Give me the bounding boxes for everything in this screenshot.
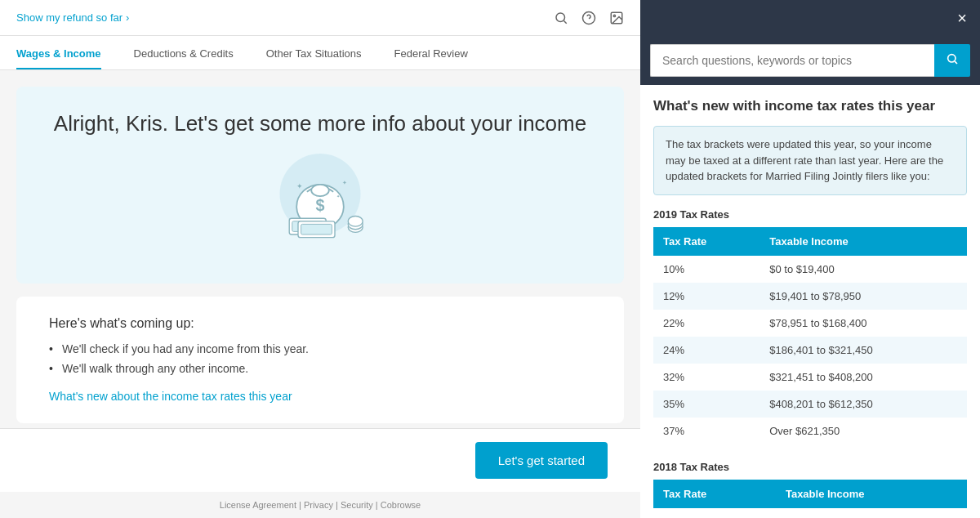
income-cell: $186,401 to $321,450 bbox=[760, 337, 967, 364]
rate-cell: 22% bbox=[653, 310, 760, 337]
svg-point-5 bbox=[613, 15, 615, 16]
rate-cell: 10% bbox=[653, 256, 760, 283]
top-bar: Show my refund so far › bbox=[0, 0, 640, 36]
side-panel: × What's new with income tax rates this … bbox=[640, 0, 980, 518]
bullet-list: We'll check if you had any income from t… bbox=[49, 342, 591, 375]
coming-up-heading: Here's what's coming up: bbox=[49, 316, 591, 331]
table-row: 32% $321,451 to $408,200 bbox=[653, 364, 967, 391]
tax-table-header-row: Tax Rate Taxable Income bbox=[653, 227, 967, 256]
svg-text:✦: ✦ bbox=[296, 182, 303, 190]
svg-text:✦: ✦ bbox=[342, 179, 347, 186]
table-row: 37% Over $621,350 bbox=[653, 418, 967, 444]
get-started-button[interactable]: Let's get started bbox=[475, 442, 608, 479]
tax-year-2018-label: 2018 Tax Rates bbox=[653, 461, 967, 473]
table-row: 35% $408,201 to $612,350 bbox=[653, 391, 967, 418]
income-cell: $408,201 to $612,350 bbox=[760, 391, 967, 418]
rate-cell: 32% bbox=[653, 364, 760, 391]
arrow-icon: › bbox=[126, 11, 129, 24]
income-cell: $78,951 to $168,400 bbox=[760, 310, 967, 337]
rate-cell: 37% bbox=[653, 418, 760, 444]
svg-text:$: $ bbox=[315, 196, 324, 214]
col-income-header: Taxable Income bbox=[760, 227, 967, 256]
svg-text:✦: ✦ bbox=[336, 194, 340, 199]
footer-license[interactable]: License Agreement bbox=[220, 500, 296, 510]
top-icons bbox=[554, 11, 624, 25]
table-row: 24% $186,401 to $321,450 bbox=[653, 337, 967, 364]
col-income-2018-header: Taxable Income bbox=[776, 480, 967, 508]
footer: License Agreement | Privacy | Security |… bbox=[0, 492, 640, 518]
tax-rates-link[interactable]: What's new about the income tax rates th… bbox=[49, 390, 292, 403]
svg-rect-16 bbox=[301, 224, 332, 234]
content-area: Alright, Kris. Let's get some more info … bbox=[0, 70, 640, 428]
bullet-item-2: We'll walk through any other income. bbox=[49, 362, 591, 375]
svg-line-21 bbox=[955, 61, 957, 64]
col-rate-header: Tax Rate bbox=[653, 227, 760, 256]
footer-cobrowse[interactable]: Cobrowse bbox=[381, 500, 421, 510]
tab-deductions-credits[interactable]: Deductions & Credits bbox=[134, 36, 234, 69]
side-content: What's new with income tax rates this ye… bbox=[640, 85, 980, 518]
help-icon[interactable] bbox=[581, 11, 596, 25]
income-cell: $0 to $19,050 bbox=[776, 508, 967, 519]
tab-federal-review[interactable]: Federal Review bbox=[394, 36, 468, 69]
bullet-item-1: We'll check if you had any income from t… bbox=[49, 342, 591, 355]
table-row: 10% $0 to $19,050 bbox=[653, 508, 967, 519]
income-card: Alright, Kris. Let's get some more info … bbox=[16, 87, 624, 284]
income-heading: Alright, Kris. Let's get some more info … bbox=[49, 111, 591, 136]
main-area: Show my refund so far › bbox=[0, 0, 640, 518]
footer-privacy[interactable]: Privacy bbox=[304, 500, 333, 510]
svg-point-8 bbox=[311, 185, 329, 196]
income-cell: $19,401 to $78,950 bbox=[760, 283, 967, 310]
nav-tabs: Wages & Income Deductions & Credits Othe… bbox=[0, 36, 640, 70]
tab-other-tax[interactable]: Other Tax Situations bbox=[266, 36, 362, 69]
rate-cell: 12% bbox=[653, 283, 760, 310]
income-cell: $321,451 to $408,200 bbox=[760, 364, 967, 391]
rate-cell: 24% bbox=[653, 337, 760, 364]
svg-point-19 bbox=[348, 217, 363, 227]
income-cell: $0 to $19,400 bbox=[760, 256, 967, 283]
search-icon[interactable] bbox=[554, 11, 568, 25]
svg-point-0 bbox=[556, 13, 565, 22]
search-button[interactable] bbox=[934, 44, 970, 77]
svg-line-1 bbox=[564, 20, 566, 23]
rate-cell: 35% bbox=[653, 391, 760, 418]
table-row: 22% $78,951 to $168,400 bbox=[653, 310, 967, 337]
panel-title: What's new with income tax rates this ye… bbox=[653, 98, 967, 114]
info-box: The tax brackets were updated this year,… bbox=[653, 126, 967, 195]
illustration: $ ✦ ✦ ✦ bbox=[49, 153, 591, 243]
button-area: Let's get started bbox=[0, 428, 640, 492]
svg-point-20 bbox=[948, 55, 956, 62]
image-icon[interactable] bbox=[609, 11, 624, 25]
table-row: 12% $19,401 to $78,950 bbox=[653, 283, 967, 310]
search-input[interactable] bbox=[650, 44, 934, 77]
close-button[interactable]: × bbox=[957, 10, 967, 26]
rate-cell: 10% bbox=[653, 508, 776, 519]
search-bar bbox=[640, 36, 980, 85]
panel-header: × bbox=[640, 0, 980, 36]
col-rate-2018-header: Tax Rate bbox=[653, 480, 776, 508]
income-cell: Over $621,350 bbox=[760, 418, 967, 444]
show-refund-link[interactable]: Show my refund so far › bbox=[16, 11, 129, 24]
tax-table-2018-header-row: Tax Rate Taxable Income bbox=[653, 480, 967, 508]
table-row: 10% $0 to $19,400 bbox=[653, 256, 967, 283]
tax-table-2019: Tax Rate Taxable Income 10% $0 to $19,40… bbox=[653, 227, 967, 444]
coming-up-card: Here's what's coming up: We'll check if … bbox=[16, 297, 624, 423]
tax-table-2018: Tax Rate Taxable Income 10% $0 to $19,05… bbox=[653, 480, 967, 519]
info-text: The tax brackets were updated this year,… bbox=[666, 138, 943, 182]
tab-wages-income[interactable]: Wages & Income bbox=[16, 36, 101, 69]
show-refund-label: Show my refund so far bbox=[16, 11, 122, 24]
footer-security[interactable]: Security bbox=[341, 500, 373, 510]
tax-year-2019-label: 2019 Tax Rates bbox=[653, 208, 967, 221]
